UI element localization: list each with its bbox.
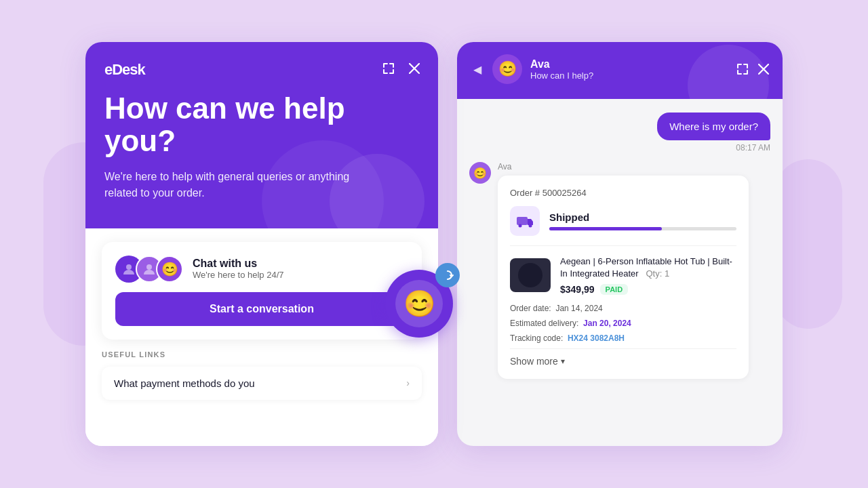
product-price: $349,99 [560, 284, 595, 295]
status-info: Shipped [549, 211, 736, 230]
bot-avatar-small: 😊 [469, 162, 491, 184]
right-close-button[interactable] [758, 64, 769, 75]
product-qty: Qty: 1 [646, 268, 669, 279]
order-meta: Order date: Jan 14, 2024 Estimated deliv… [510, 302, 736, 346]
tracking-line: Tracking code: HX24 3082A8H [510, 331, 736, 346]
main-container: eDesk How can we help you? We're here to… [85, 42, 783, 446]
left-panel: eDesk How can we help you? We're here to… [85, 42, 438, 446]
logo: eDesk [104, 61, 419, 79]
paid-badge: PAID [600, 284, 628, 295]
logo-text: eDesk [104, 61, 145, 79]
subtitle: We're here to help with general queries … [104, 169, 362, 201]
chat-card: 😊 Chat with us We're here to help 24/7 S… [102, 242, 422, 340]
show-more-chevron-icon: ▾ [561, 357, 565, 366]
right-header-left: ◀ 😊 Ava How can I help? [471, 54, 593, 84]
start-conversation-button[interactable]: Start a conversation [115, 292, 408, 326]
user-message-row: Where is my order? 08:17 AM [469, 113, 770, 152]
agent-question: How can I help? [530, 70, 593, 81]
order-date-value: Jan 14, 2024 [555, 304, 602, 313]
delivery-label: Estimated delivery: [510, 319, 578, 328]
delivery-date-value: Jan 20, 2024 [583, 319, 631, 328]
product-name: Aegean | 6-Person Inflatable Hot Tub | B… [560, 256, 736, 280]
useful-links-title: USEFUL LINKS [102, 350, 422, 359]
svg-rect-2 [517, 217, 528, 225]
headline: How can we help you? [104, 92, 419, 158]
truck-icon [510, 206, 540, 236]
useful-links-section: USEFUL LINKS What payment methods do you… [102, 350, 422, 432]
bot-arrow-icon [435, 263, 460, 287]
product-img-circle [518, 263, 542, 287]
floating-bot: 😊 [385, 270, 453, 338]
user-message: Where is my order? [657, 113, 770, 140]
delivery-date-line: Estimated delivery: Jan 20, 2024 [510, 317, 736, 331]
left-header: eDesk How can we help you? We're here to… [85, 42, 438, 228]
back-button[interactable]: ◀ [471, 60, 484, 79]
close-button[interactable] [407, 61, 422, 76]
show-more-button[interactable]: Show more ▾ [510, 348, 736, 367]
order-number: Order # 500025264 [510, 188, 736, 198]
svg-point-3 [519, 224, 522, 228]
header-controls [381, 61, 422, 76]
svg-point-0 [126, 264, 132, 270]
avatar-group: 😊 [115, 256, 183, 283]
chevron-right-icon: › [406, 378, 410, 388]
svg-point-4 [529, 224, 532, 228]
progress-fill [549, 227, 662, 230]
right-header: ◀ 😊 Ava How can I help? [457, 42, 783, 99]
bot-face-icon: 😊 [395, 280, 443, 327]
right-body: Where is my order? 08:17 AM 😊 Ava Order … [457, 99, 783, 446]
bot-circle: 😊 [385, 270, 453, 338]
user-message-block: Where is my order? 08:17 AM [657, 113, 770, 152]
chat-info: Chat with us We're here to help 24/7 [193, 258, 284, 280]
show-more-text: Show more [510, 356, 558, 367]
order-date-line: Order date: Jan 14, 2024 [510, 302, 736, 317]
chat-header-row: 😊 Chat with us We're here to help 24/7 [115, 256, 408, 283]
right-panel: ◀ 😊 Ava How can I help? [457, 42, 783, 446]
tracking-code-value: HX24 3082A8H [568, 333, 625, 343]
link-item[interactable]: What payment methods do you › [102, 367, 422, 400]
order-card: Order # 500025264 [498, 176, 749, 379]
chat-subtitle-text: We're here to help 24/7 [193, 270, 284, 280]
message-time: 08:17 AM [657, 143, 770, 152]
order-date-label: Order date: [510, 304, 551, 313]
right-header-controls [736, 63, 769, 75]
bg-shape-right [774, 159, 842, 329]
agent-avatar: 😊 [492, 54, 522, 84]
order-status-row: Shipped [510, 206, 736, 236]
agent-name: Ava [530, 58, 593, 70]
status-label: Shipped [549, 211, 736, 223]
agent-info: Ava How can I help? [530, 58, 593, 81]
product-row: Aegean | 6-Person Inflatable Hot Tub | B… [510, 245, 736, 295]
product-image [510, 258, 551, 292]
expand-button[interactable] [381, 61, 396, 76]
bot-name-label: Ava [498, 162, 749, 171]
tracking-label: Tracking code: [510, 333, 563, 343]
product-price-row: $349,99 PAID [560, 284, 736, 295]
bot-message-row: 😊 Ava Order # 500025264 [469, 162, 770, 379]
progress-bar [549, 227, 736, 230]
product-details: Aegean | 6-Person Inflatable Hot Tub | B… [560, 256, 736, 295]
svg-point-1 [146, 264, 152, 270]
right-expand-button[interactable] [736, 63, 749, 75]
link-item-text: What payment methods do you [114, 378, 255, 389]
avatar-bot: 😊 [156, 256, 183, 283]
bot-message-content: Ava Order # 500025264 [498, 162, 749, 379]
chat-title: Chat with us [193, 258, 284, 270]
